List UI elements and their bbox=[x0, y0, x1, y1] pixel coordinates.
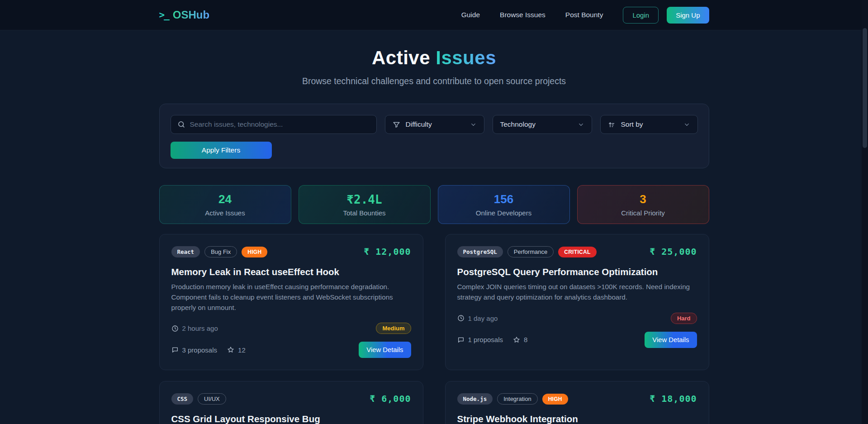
issue-card: CSS UI/UX ₹ 6,000 CSS Grid Layout Respon… bbox=[159, 381, 423, 424]
clock-icon bbox=[457, 314, 465, 322]
priority-badge: HIGH bbox=[242, 247, 267, 257]
priority-badge: CRITICAL bbox=[558, 247, 596, 257]
page-title-primary: Active bbox=[372, 47, 430, 68]
technology-dropdown-label: Technology bbox=[500, 120, 536, 129]
nav-link-guide[interactable]: Guide bbox=[461, 11, 480, 19]
bounty-amount: ₹ 25,000 bbox=[650, 246, 697, 257]
proposals-icon bbox=[457, 336, 465, 343]
filter-panel: Difficulty Technology Sort by bbox=[159, 104, 709, 168]
issue-title: PostgreSQL Query Performance Optimizatio… bbox=[457, 267, 697, 277]
posted-time: 2 hours ago bbox=[182, 324, 218, 332]
star-icon bbox=[513, 336, 520, 343]
stars-count: 8 bbox=[524, 336, 527, 343]
technology-dropdown[interactable]: Technology bbox=[493, 115, 592, 134]
posted-time: 1 day ago bbox=[468, 314, 498, 322]
chevron-down-icon bbox=[578, 121, 584, 128]
sort-dropdown-label: Sort by bbox=[621, 120, 643, 129]
issue-title: CSS Grid Layout Responsive Bug bbox=[171, 414, 411, 424]
stat-label: Total Bounties bbox=[343, 209, 385, 217]
category-tag: Bug Fix bbox=[204, 246, 237, 257]
stars-count: 12 bbox=[238, 346, 246, 354]
star-icon bbox=[227, 346, 234, 353]
issue-title: Memory Leak in React useEffect Hook bbox=[171, 267, 411, 277]
stat-label: Online Developers bbox=[476, 209, 531, 217]
difficulty-dropdown[interactable]: Difficulty bbox=[385, 115, 484, 134]
stats-row: 24 Active Issues ₹2.4L Total Bounties 15… bbox=[159, 185, 709, 224]
difficulty-dropdown-label: Difficulty bbox=[406, 120, 432, 129]
stat-value: 156 bbox=[494, 192, 513, 206]
issue-card: Node.js Integration HIGH ₹ 18,000 Stripe… bbox=[445, 381, 709, 424]
stat-label: Active Issues bbox=[205, 209, 245, 217]
nav-link-post-bounty[interactable]: Post Bounty bbox=[565, 11, 603, 19]
stat-label: Critical Priority bbox=[621, 209, 665, 217]
difficulty-badge: Hard bbox=[671, 313, 697, 324]
stat-card-active-issues: 24 Active Issues bbox=[159, 185, 291, 224]
stat-value: ₹2.4L bbox=[346, 193, 382, 206]
difficulty-badge: Medium bbox=[376, 323, 411, 334]
apply-filters-button[interactable]: Apply Filters bbox=[171, 142, 272, 159]
bounty-amount: ₹ 12,000 bbox=[364, 246, 411, 257]
proposals-count: 3 proposals bbox=[182, 346, 218, 354]
chevron-down-icon bbox=[683, 121, 690, 128]
stat-card-critical-priority: 3 Critical Priority bbox=[577, 185, 709, 224]
issue-card: React Bug Fix HIGH ₹ 12,000 Memory Leak … bbox=[159, 234, 423, 370]
clock-icon bbox=[171, 325, 179, 332]
issues-grid: React Bug Fix HIGH ₹ 12,000 Memory Leak … bbox=[159, 234, 709, 424]
stat-card-total-bounties: ₹2.4L Total Bounties bbox=[299, 185, 431, 224]
priority-badge: HIGH bbox=[542, 394, 568, 405]
category-tag: Performance bbox=[508, 246, 554, 257]
search-input[interactable] bbox=[190, 120, 370, 129]
stat-value: 3 bbox=[640, 192, 646, 206]
category-tag: UI/UX bbox=[198, 393, 226, 405]
terminal-prompt-icon: >_ bbox=[159, 10, 169, 20]
category-tag: Integration bbox=[497, 393, 537, 405]
page-subtitle: Browse technical challenges and contribu… bbox=[0, 76, 868, 86]
tech-tag: PostgreSQL bbox=[457, 246, 503, 257]
view-details-button[interactable]: View Details bbox=[359, 342, 411, 358]
tech-tag: React bbox=[171, 246, 200, 257]
tech-tag: Node.js bbox=[457, 393, 493, 405]
bounty-amount: ₹ 6,000 bbox=[370, 393, 411, 404]
page-title: Active Issues bbox=[0, 47, 868, 69]
filter-icon bbox=[393, 121, 400, 129]
search-box bbox=[171, 115, 377, 134]
logo-text: OSHub bbox=[173, 9, 209, 21]
nav-link-browse-issues[interactable]: Browse Issues bbox=[500, 11, 545, 19]
chevron-down-icon bbox=[470, 121, 477, 128]
sort-icon bbox=[608, 121, 616, 129]
proposals-count: 1 proposals bbox=[468, 336, 503, 343]
issue-description: Production memory leak in useEffect caus… bbox=[171, 282, 411, 313]
scrollbar-thumb[interactable] bbox=[863, 28, 867, 148]
signup-button[interactable]: Sign Up bbox=[667, 7, 709, 24]
bounty-amount: ₹ 18,000 bbox=[650, 393, 697, 404]
header: >_ OSHub Guide Browse Issues Post Bounty… bbox=[0, 0, 868, 30]
sort-dropdown[interactable]: Sort by bbox=[600, 115, 698, 134]
tech-tag: CSS bbox=[171, 393, 194, 405]
stat-card-online-developers: 156 Online Developers bbox=[438, 185, 570, 224]
issue-card: PostgreSQL Performance CRITICAL ₹ 25,000… bbox=[445, 234, 709, 370]
stat-value: 24 bbox=[218, 192, 232, 206]
scrollbar-track[interactable] bbox=[862, 0, 868, 424]
issue-title: Stripe Webhook Integration bbox=[457, 414, 697, 424]
view-details-button[interactable]: View Details bbox=[645, 332, 697, 348]
proposals-icon bbox=[171, 346, 179, 353]
page-title-accent: Issues bbox=[436, 47, 496, 68]
hero: Active Issues Browse technical challenge… bbox=[0, 47, 868, 86]
logo[interactable]: >_ OSHub bbox=[159, 9, 210, 21]
search-icon bbox=[177, 120, 185, 129]
login-button[interactable]: Login bbox=[623, 7, 659, 24]
issue-description: Complex JOIN queries timing out on datas… bbox=[457, 282, 697, 303]
